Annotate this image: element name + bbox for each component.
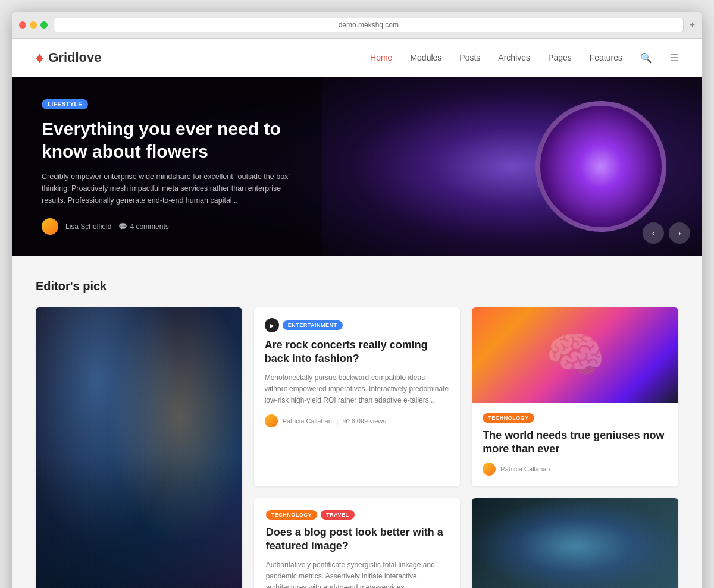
hero-excerpt: Credibly empower enterprise wide mindsha… bbox=[42, 171, 292, 206]
blog-title[interactable]: Does a blog post look better with a feat… bbox=[266, 526, 449, 554]
hero-slider: LIFESTYLE Everything you ever need to kn… bbox=[12, 77, 702, 256]
hero-flower-image bbox=[536, 101, 666, 232]
site-content: ♦ Gridlove Home Modules Posts Archives P… bbox=[12, 39, 702, 588]
browser-window: demo.mekshq.com + ♦ Gridlove Home Module… bbox=[12, 12, 702, 588]
geniuses-title[interactable]: The world needs true geniuses now more t… bbox=[483, 429, 668, 457]
technology-badge: TECHNOLOGY bbox=[483, 413, 534, 423]
minimize-dot[interactable] bbox=[30, 21, 37, 29]
card-concert bbox=[36, 307, 242, 588]
browser-chrome: demo.mekshq.com + bbox=[12, 12, 702, 39]
nav-features[interactable]: Features bbox=[590, 53, 622, 62]
tech-bg: 🧠 bbox=[472, 307, 678, 403]
slider-prev-button[interactable]: ‹ bbox=[643, 222, 664, 244]
logo-text: Gridlove bbox=[48, 50, 101, 65]
geniuses-meta: Patricia Callahan bbox=[483, 463, 668, 476]
geniuses-badges: TECHNOLOGY bbox=[483, 413, 668, 423]
editors-grid: ▶ ENTERTAINMENT Are rock concerts really… bbox=[36, 307, 678, 588]
main-content: Editor's pick bbox=[12, 256, 702, 588]
hero-meta: Lisa Scholfield 💬 4 comments bbox=[42, 218, 292, 235]
travel-badge: TRAVEL bbox=[321, 510, 354, 520]
hero-background: LIFESTYLE Everything you ever need to kn… bbox=[12, 77, 702, 256]
geniuses-image: 🧠 bbox=[472, 307, 678, 403]
views-count: 👁 6,099 views bbox=[343, 417, 386, 425]
rock-author: Patricia Callahan bbox=[283, 417, 332, 425]
logo-icon: ♦ bbox=[36, 49, 43, 67]
card-happy: LIFESTYLE If you're truly happy and you … bbox=[472, 498, 678, 588]
rock-concerts-body: ▶ ENTERTAINMENT Are rock concerts really… bbox=[254, 307, 461, 438]
sparkle-overlay bbox=[472, 498, 678, 588]
rock-concerts-meta: Patricia Callahan | 👁 6,099 views bbox=[265, 414, 450, 427]
maximize-dot[interactable] bbox=[40, 21, 48, 29]
geniuses-body: TECHNOLOGY The world needs true geniuses… bbox=[472, 403, 678, 486]
slider-next-button[interactable]: › bbox=[669, 222, 690, 244]
nav-pages[interactable]: Pages bbox=[548, 53, 572, 62]
entertainment-badge: ENTERTAINMENT bbox=[283, 320, 343, 330]
card-blog-post: TECHNOLOGY TRAVEL Does a blog post look … bbox=[254, 498, 461, 588]
rock-concerts-excerpt: Monotonectally pursue backward-compatibl… bbox=[265, 372, 450, 407]
hero-avatar bbox=[42, 218, 58, 235]
concert-image bbox=[36, 307, 242, 588]
rock-concerts-title[interactable]: Are rock concerts really coming back int… bbox=[265, 338, 450, 366]
menu-icon[interactable]: ☰ bbox=[670, 52, 678, 64]
nav-modules[interactable]: Modules bbox=[410, 53, 441, 62]
patricia-avatar bbox=[265, 414, 278, 427]
expand-icon[interactable]: + bbox=[690, 20, 695, 30]
logo[interactable]: ♦ Gridlove bbox=[36, 49, 102, 67]
main-nav: Home Modules Posts Archives Pages Featur… bbox=[370, 52, 678, 64]
editors-pick-title: Editor's pick bbox=[36, 279, 678, 293]
nav-home[interactable]: Home bbox=[370, 53, 392, 62]
concert-bg bbox=[36, 307, 242, 588]
site-header: ♦ Gridlove Home Modules Posts Archives P… bbox=[12, 39, 702, 77]
hero-content: LIFESTYLE Everything you ever need to kn… bbox=[12, 77, 321, 256]
blog-badges: TECHNOLOGY TRAVEL bbox=[266, 510, 449, 520]
blog-excerpt: Authoritatively pontificate synergistic … bbox=[266, 559, 449, 588]
rock-concerts-badges: ▶ ENTERTAINMENT bbox=[265, 318, 450, 332]
address-bar[interactable]: demo.mekshq.com bbox=[54, 18, 684, 32]
tech-badge-2: TECHNOLOGY bbox=[266, 510, 318, 520]
concert-overlay bbox=[36, 307, 242, 588]
search-icon[interactable]: 🔍 bbox=[640, 52, 652, 64]
play-icon[interactable]: ▶ bbox=[265, 318, 279, 332]
nav-posts[interactable]: Posts bbox=[459, 53, 480, 62]
slider-controls: ‹ › bbox=[643, 222, 690, 244]
nav-archives[interactable]: Archives bbox=[498, 53, 530, 62]
lifestyle-bg bbox=[472, 498, 678, 588]
lifestyle-image bbox=[472, 498, 678, 588]
comment-icon: 💬 bbox=[118, 222, 127, 231]
patricia-avatar-2 bbox=[483, 463, 496, 476]
hero-author: Lisa Scholfield bbox=[65, 222, 111, 231]
einstein-face: 🧠 bbox=[472, 307, 678, 403]
geniuses-author: Patricia Callahan bbox=[500, 466, 550, 473]
browser-dots bbox=[19, 21, 48, 29]
eye-icon: 👁 bbox=[343, 417, 350, 425]
card-rock-concerts: ▶ ENTERTAINMENT Are rock concerts really… bbox=[254, 307, 461, 486]
close-dot[interactable] bbox=[19, 21, 26, 29]
hero-title: Everything you ever need to know about f… bbox=[42, 118, 292, 162]
hero-badge: LIFESTYLE bbox=[42, 99, 88, 109]
card-true-geniuses: 🧠 TECHNOLOGY The world needs true genius… bbox=[472, 307, 678, 486]
hero-comments: 💬 4 comments bbox=[118, 222, 168, 231]
